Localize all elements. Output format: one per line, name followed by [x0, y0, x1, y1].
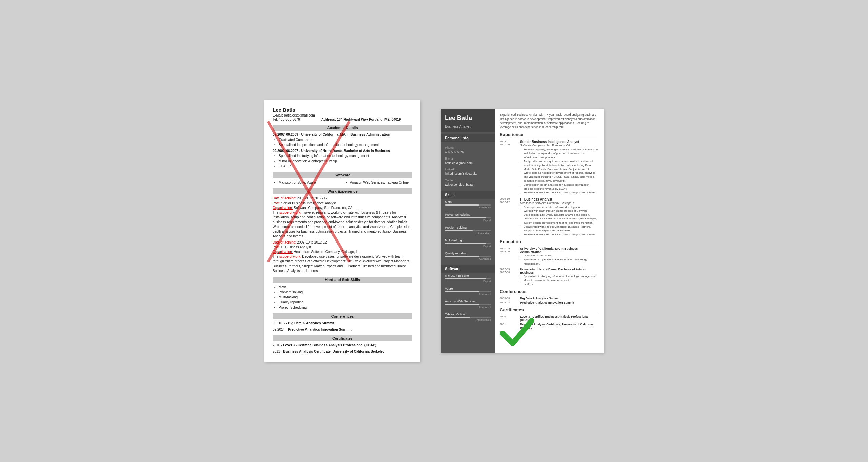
left-address: Address: 134 Rightward Way Portland, ME,…	[321, 118, 401, 121]
left-cert-1: 2016 - Level 3 - Certified Business Anal…	[273, 343, 412, 348]
conferences-list: 2015-03 Big Data & Analytics Summit 2014…	[500, 297, 599, 304]
exp-entry: 2013-012017-06 Senior Business Intellige…	[500, 140, 599, 195]
skills-title: Skills	[441, 191, 495, 199]
phone-label: Phone	[445, 146, 491, 150]
left-work-1: Date of Joining: 2013-01 to 2017-06 Post…	[273, 196, 412, 239]
software-item: Azure Advanced	[441, 286, 495, 298]
personal-info-title: Personal Info	[441, 134, 495, 142]
left-edu-1-b1: Graduated Cum Laude	[279, 137, 412, 142]
resume-bad: Lee Batla E-Mail: batlalee@gmail.com Tel…	[264, 100, 420, 362]
left-phone: Tel: 455-555-5676	[273, 118, 300, 121]
software-item: Microsoft BI Suite Expert	[441, 273, 495, 286]
skill-item: Quality reporting Advanced	[441, 250, 495, 263]
email-value: batlalee@gmail.com	[445, 161, 491, 166]
left-name: Lee Batla	[273, 107, 412, 113]
personal-info-block: Phone 455-555-5676 E-mail batlalee@gmail…	[441, 142, 495, 189]
skill-item: Math Advanced	[441, 199, 495, 212]
right-title: Business Analyst	[441, 125, 495, 132]
edu-entry: 2007-092009-06 University of California,…	[500, 247, 599, 266]
experience-list: 2013-012017-06 Senior Business Intellige…	[500, 140, 599, 237]
left-work-2: Date of Joining: 2009-10 to 2012-12 Post…	[273, 240, 412, 273]
twitter-value: twitter.com/lee_balta	[445, 183, 491, 187]
skill-item: Multi-tasking Expert	[441, 237, 495, 250]
skills-list: Math Advanced Project Scheduling Expert …	[441, 199, 495, 263]
linkedin-value: linkedin.com/in/lee.balta	[445, 172, 491, 176]
left-conf-2: 02.2014 - Predictive Analytics Innovatio…	[273, 327, 412, 332]
left-skills-list: Math Problem solving Multi-tasking Quali…	[273, 285, 412, 310]
software-list: Microsoft BI Suite Expert Azure Advanced…	[441, 273, 495, 324]
linkedin-label: LinkedIn	[445, 167, 491, 172]
phone-value: 455-555-5676	[445, 150, 491, 155]
conferences-title: Conferences	[500, 289, 599, 295]
twitter-label: Twitter	[445, 178, 491, 183]
resumes-comparison: Lee Batla E-Mail: batlalee@gmail.com Tel…	[264, 100, 604, 362]
left-cert-header: Certificates	[273, 335, 412, 341]
summary: Experienced Business Analyst with 7+ yea…	[500, 113, 599, 129]
left-edu-1-b2: Specialized in operations and informatio…	[279, 142, 412, 147]
conf-entry: 2015-03 Big Data & Analytics Summit	[500, 297, 599, 300]
left-cert-2: 2011 - Business Analysis Certificate, Un…	[273, 349, 412, 354]
left-software-list: Microsoft BI Suite, Azure Amazon Web Ser…	[273, 180, 412, 185]
left-edu-1: 09.2007-06.2009 - University of Californ…	[273, 132, 412, 147]
software-item: Tableau Online Intermediate	[441, 311, 495, 324]
exp-entry: 2009-102012-12 IT Business Analyst Healt…	[500, 197, 599, 237]
software-item: Amazon Web Services Advanced	[441, 298, 495, 311]
left-conf-1: 03.2015 - Big Data & Analytics Summit	[273, 321, 412, 326]
left-academic-header: Academic Details	[273, 125, 412, 131]
skill-item: Problem solving Intermediate	[441, 225, 495, 237]
left-skills-header: Hard and Soft Skills	[273, 277, 412, 283]
software-title: Software	[441, 265, 495, 273]
edu-entry: 2002-092007-06 University of Notre Dame,…	[500, 268, 599, 286]
certificates-title: Certificates	[500, 307, 599, 313]
email-label: E-mail	[445, 156, 491, 161]
conf-entry: 2014-02 Predictive Analytics Innovation …	[500, 301, 599, 304]
experience-title: Experience	[500, 132, 599, 138]
left-work-header: Work Experience	[273, 188, 412, 194]
left-software-header: Software	[273, 172, 412, 178]
sidebar: Lee Batla Business Analyst Personal Info…	[441, 109, 495, 353]
green-checkmark-icon	[498, 315, 536, 352]
right-name: Lee Batla	[441, 109, 495, 125]
education-title: Education	[500, 239, 599, 245]
left-conf-header: Conferences	[273, 313, 412, 319]
education-list: 2007-092009-06 University of California,…	[500, 247, 599, 286]
skill-item: Project Scheduling Expert	[441, 212, 495, 225]
left-edu-2: 09.2002-06.2007 - University of Notre Da…	[273, 149, 412, 169]
left-email: E-Mail: batlalee@gmail.com	[273, 113, 412, 117]
